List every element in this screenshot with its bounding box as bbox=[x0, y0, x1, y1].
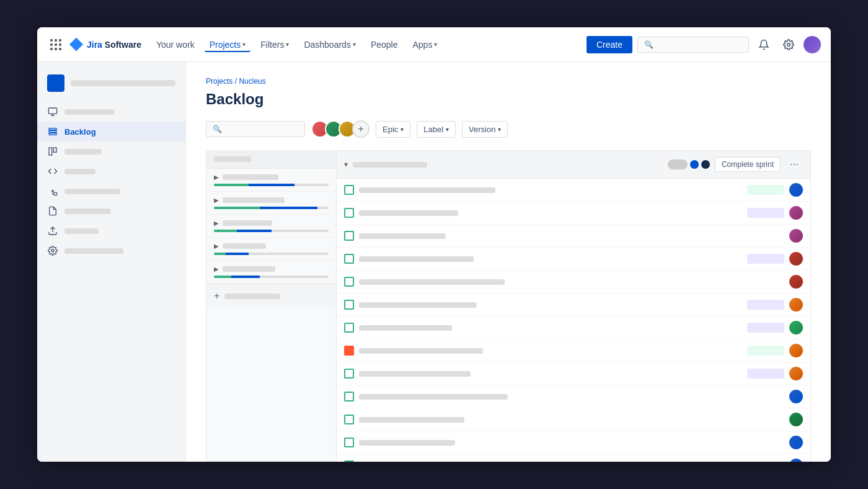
item-badge-1 bbox=[747, 185, 784, 195]
sidebar-item-deployments[interactable] bbox=[37, 181, 185, 201]
item-avatar-3 bbox=[789, 229, 803, 243]
complete-sprint-button[interactable]: Complete sprint bbox=[715, 157, 781, 172]
backlog-item-8[interactable] bbox=[337, 339, 810, 362]
more-options-button[interactable]: ··· bbox=[786, 156, 803, 173]
item-avatar-13 bbox=[789, 459, 803, 462]
breadcrumb-projects[interactable]: Projects bbox=[206, 77, 232, 86]
dashboards-dropdown-icon: ▾ bbox=[353, 41, 356, 48]
backlog-item-2[interactable] bbox=[337, 202, 810, 225]
backlog-list: + bbox=[337, 179, 810, 462]
story-icon-1 bbox=[344, 185, 354, 195]
item-title-8 bbox=[359, 348, 483, 354]
avatar-add-button[interactable]: + bbox=[352, 120, 370, 138]
sprint-item-1[interactable]: ▶ bbox=[206, 169, 336, 192]
backlog-item-9[interactable] bbox=[337, 362, 810, 385]
sidebar-item-reports[interactable] bbox=[37, 201, 185, 221]
backlog-section-header: ▾ Complete sprint ··· bbox=[337, 151, 810, 179]
svg-point-9 bbox=[52, 191, 54, 192]
nav-people[interactable]: People bbox=[366, 37, 403, 52]
label-filter[interactable]: Label ▾ bbox=[417, 121, 456, 138]
epic-filter[interactable]: Epic ▾ bbox=[376, 121, 410, 138]
add-sprint-label bbox=[224, 294, 280, 299]
grid-menu-icon[interactable] bbox=[47, 36, 64, 53]
notifications-button[interactable] bbox=[754, 35, 774, 55]
backlog-item-13[interactable] bbox=[337, 454, 810, 462]
toggle-dot-blue bbox=[690, 160, 699, 169]
backlog-icon bbox=[47, 126, 58, 137]
search-box[interactable]: 🔍 bbox=[637, 37, 749, 53]
sidebar-settings-label bbox=[64, 248, 123, 254]
filters-dropdown-icon: ▾ bbox=[286, 41, 289, 48]
sidebar-label bbox=[64, 109, 114, 115]
sprint-4-progress bbox=[214, 253, 329, 255]
nav-filters[interactable]: Filters ▾ bbox=[255, 37, 294, 52]
sprint-item-5[interactable]: ▶ bbox=[206, 261, 336, 284]
item-badge-2 bbox=[747, 208, 784, 218]
svg-rect-6 bbox=[49, 133, 56, 135]
settings-sidebar-icon bbox=[47, 245, 58, 256]
sidebar-item-network[interactable] bbox=[37, 102, 185, 122]
breadcrumb-project[interactable]: Nucleus bbox=[239, 77, 265, 86]
sidebar: Backlog bbox=[37, 62, 186, 462]
item-avatar-7 bbox=[789, 321, 803, 334]
sprint-3-progress bbox=[214, 230, 329, 232]
item-badge-7 bbox=[747, 323, 784, 333]
settings-button[interactable] bbox=[779, 35, 799, 55]
sidebar-item-settings[interactable] bbox=[37, 241, 185, 261]
sidebar-item-backlog[interactable]: Backlog bbox=[37, 122, 185, 141]
sprint-3-arrow: ▶ bbox=[214, 220, 219, 227]
item-title-11 bbox=[359, 417, 464, 423]
item-title-1 bbox=[359, 187, 495, 193]
item-title-12 bbox=[359, 440, 455, 446]
story-icon-3 bbox=[344, 231, 354, 241]
sprint-5-arrow: ▶ bbox=[214, 266, 219, 272]
item-title-2 bbox=[359, 210, 458, 216]
item-badge-6 bbox=[747, 300, 784, 310]
add-sprint-button[interactable]: + bbox=[206, 284, 336, 308]
create-button[interactable]: Create bbox=[587, 36, 632, 53]
projects-dropdown-icon: ▾ bbox=[242, 41, 246, 48]
sprint-item-3[interactable]: ▶ bbox=[206, 215, 336, 238]
sidebar-item-releases[interactable] bbox=[37, 221, 185, 241]
nav-apps[interactable]: Apps ▾ bbox=[407, 37, 442, 52]
project-name bbox=[71, 80, 175, 86]
svg-rect-8 bbox=[53, 148, 56, 152]
backlog-item-1[interactable] bbox=[337, 179, 810, 202]
nav-projects[interactable]: Projects ▾ bbox=[205, 37, 251, 52]
version-filter[interactable]: Version ▾ bbox=[462, 121, 508, 138]
backlog-item-3[interactable] bbox=[337, 225, 810, 248]
search-input[interactable]: 🔍 bbox=[206, 121, 305, 137]
user-avatar[interactable] bbox=[804, 36, 821, 53]
toggle-switch-off[interactable] bbox=[668, 159, 688, 169]
toolbar: 🔍 + Epic ▾ Label ▾ Version bbox=[206, 120, 811, 138]
sidebar-item-code[interactable] bbox=[37, 161, 185, 181]
breadcrumb: Projects / Nucleus bbox=[206, 77, 811, 86]
sprint-item-2[interactable]: ▶ bbox=[206, 192, 336, 215]
backlog-item-10[interactable] bbox=[337, 385, 810, 408]
backlog-item-11[interactable] bbox=[337, 408, 810, 431]
sprint-item-4[interactable]: ▶ bbox=[206, 238, 336, 261]
backlog-item-6[interactable] bbox=[337, 294, 810, 316]
releases-icon bbox=[47, 225, 58, 236]
sidebar-board-label bbox=[64, 149, 102, 155]
sidebar-label-backlog: Backlog bbox=[64, 127, 96, 137]
story-icon-11 bbox=[344, 415, 354, 424]
backlog-item-12[interactable] bbox=[337, 431, 810, 454]
svg-rect-1 bbox=[48, 108, 56, 114]
nav-dashboards[interactable]: Dashboards ▾ bbox=[299, 37, 361, 52]
item-badge-9 bbox=[747, 369, 784, 379]
story-icon-2 bbox=[344, 208, 354, 218]
backlog-item-5[interactable] bbox=[337, 271, 810, 294]
nav-your-work[interactable]: Your work bbox=[151, 37, 200, 52]
sidebar-project[interactable] bbox=[37, 70, 185, 102]
board-icon bbox=[47, 146, 58, 157]
item-avatar-8 bbox=[789, 344, 803, 357]
backlog-item-4[interactable] bbox=[337, 248, 810, 271]
svg-point-11 bbox=[51, 249, 54, 252]
logo[interactable]: Jira Software bbox=[69, 38, 141, 52]
story-icon-10 bbox=[344, 392, 354, 402]
story-icon-5 bbox=[344, 277, 354, 287]
sidebar-item-board[interactable] bbox=[37, 141, 185, 161]
collapse-icon[interactable]: ▾ bbox=[344, 160, 348, 169]
backlog-item-7[interactable] bbox=[337, 316, 810, 339]
